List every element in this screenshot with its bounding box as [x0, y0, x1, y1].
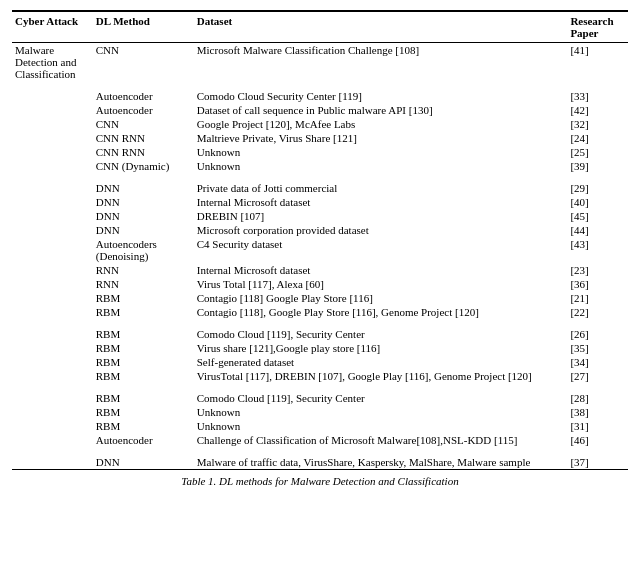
cell-dataset: Internal Microsoft dataset	[194, 263, 568, 277]
main-table: Cyber Attack DL Method Dataset Research …	[12, 10, 628, 470]
table-row: RBMVirus share [121],Google play store […	[12, 341, 628, 355]
table-row: DNNMalware of traffic data, VirusShare, …	[12, 455, 628, 470]
cell-dl: RBM	[93, 291, 194, 305]
cell-dl: Autoencoder	[93, 433, 194, 447]
table-row: RBMVirusTotal [117], DREBIN [107], Googl…	[12, 369, 628, 383]
table-row: CNN (Dynamic)Unknown[39]	[12, 159, 628, 173]
cell-dl: CNN RNN	[93, 131, 194, 145]
cell-paper: [43]	[567, 237, 628, 263]
table-row: RBMComodo Cloud [119], Security Center[2…	[12, 391, 628, 405]
cell-paper: [35]	[567, 341, 628, 355]
cell-attack	[12, 181, 93, 195]
cell-paper: [44]	[567, 223, 628, 237]
cell-dataset: Microsoft corporation provided dataset	[194, 223, 568, 237]
cell-attack	[12, 159, 93, 173]
spacer-row	[12, 447, 628, 455]
cell-dl: RBM	[93, 405, 194, 419]
table-row: RBMComodo Cloud [119], Security Center[2…	[12, 327, 628, 341]
cell-paper: [41]	[567, 43, 628, 82]
cell-attack	[12, 237, 93, 263]
table-row: RBMUnknown[38]	[12, 405, 628, 419]
cell-attack	[12, 369, 93, 383]
cell-attack	[12, 117, 93, 131]
spacer-row	[12, 81, 628, 89]
cell-attack	[12, 103, 93, 117]
cell-attack	[12, 263, 93, 277]
cell-paper: [29]	[567, 181, 628, 195]
cell-paper: [45]	[567, 209, 628, 223]
cell-paper: [39]	[567, 159, 628, 173]
cell-paper: [33]	[567, 89, 628, 103]
cell-dataset: Contagio [118], Google Play Store [116],…	[194, 305, 568, 319]
cell-attack	[12, 355, 93, 369]
cell-attack	[12, 131, 93, 145]
header-dataset: Dataset	[194, 11, 568, 43]
header-dl: DL Method	[93, 11, 194, 43]
cell-paper: [38]	[567, 405, 628, 419]
cell-attack	[12, 195, 93, 209]
cell-paper: [21]	[567, 291, 628, 305]
table-row: CNN RNNUnknown[25]	[12, 145, 628, 159]
cell-paper: [28]	[567, 391, 628, 405]
cell-dl: RBM	[93, 305, 194, 319]
cell-dataset: Internal Microsoft dataset	[194, 195, 568, 209]
cell-dataset: Self-generated dataset	[194, 355, 568, 369]
table-row: RBMContagio [118] Google Play Store [116…	[12, 291, 628, 305]
cell-dl: Autoencoder	[93, 89, 194, 103]
table-row: AutoencoderChallenge of Classification o…	[12, 433, 628, 447]
table-row: Autoencoders (Denoising)C4 Security data…	[12, 237, 628, 263]
cell-dataset: Unknown	[194, 145, 568, 159]
cell-dataset: Unknown	[194, 159, 568, 173]
cell-paper: [22]	[567, 305, 628, 319]
cell-dl: RNN	[93, 277, 194, 291]
cell-paper: [26]	[567, 327, 628, 341]
cell-paper: [46]	[567, 433, 628, 447]
table-row: DNNInternal Microsoft dataset[40]	[12, 195, 628, 209]
cell-dataset: Google Project [120], McAfee Labs	[194, 117, 568, 131]
cell-paper: [27]	[567, 369, 628, 383]
cell-dl: CNN (Dynamic)	[93, 159, 194, 173]
table-row: RNNVirus Total [117], Alexa [60][36]	[12, 277, 628, 291]
cell-paper: [31]	[567, 419, 628, 433]
spacer-row	[12, 173, 628, 181]
cell-paper: [32]	[567, 117, 628, 131]
cell-dl: Autoencoders (Denoising)	[93, 237, 194, 263]
header-paper: Research Paper	[567, 11, 628, 43]
cell-dl: RBM	[93, 419, 194, 433]
cell-dataset: C4 Security dataset	[194, 237, 568, 263]
table-row: DNNMicrosoft corporation provided datase…	[12, 223, 628, 237]
cell-paper: [42]	[567, 103, 628, 117]
cell-dataset: Comodo Cloud [119], Security Center	[194, 327, 568, 341]
cell-attack	[12, 341, 93, 355]
table-row: CNNGoogle Project [120], McAfee Labs[32]	[12, 117, 628, 131]
cell-dl: RBM	[93, 341, 194, 355]
cell-dl: DNN	[93, 223, 194, 237]
cell-attack	[12, 145, 93, 159]
cell-dl: RBM	[93, 327, 194, 341]
spacer-row	[12, 319, 628, 327]
cell-attack	[12, 327, 93, 341]
cell-dl: RBM	[93, 355, 194, 369]
header-attack: Cyber Attack	[12, 11, 93, 43]
cell-dl: DNN	[93, 181, 194, 195]
cell-dl: DNN	[93, 195, 194, 209]
cell-attack	[12, 305, 93, 319]
cell-dataset: Comodo Cloud [119], Security Center	[194, 391, 568, 405]
cell-dataset: Private data of Jotti commercial	[194, 181, 568, 195]
cell-dl: CNN RNN	[93, 145, 194, 159]
table-row: RNNInternal Microsoft dataset[23]	[12, 263, 628, 277]
cell-attack	[12, 391, 93, 405]
table-row: AutoencoderDataset of call sequence in P…	[12, 103, 628, 117]
cell-attack	[12, 209, 93, 223]
cell-paper: [36]	[567, 277, 628, 291]
cell-attack	[12, 89, 93, 103]
cell-attack	[12, 405, 93, 419]
cell-paper: [24]	[567, 131, 628, 145]
cell-attack	[12, 223, 93, 237]
table-row: CNN RNNMaltrieve Private, Virus Share [1…	[12, 131, 628, 145]
table-row: AutoencoderComodo Cloud Security Center …	[12, 89, 628, 103]
cell-attack	[12, 419, 93, 433]
cell-dl: RBM	[93, 391, 194, 405]
cell-dataset: Maltrieve Private, Virus Share [121]	[194, 131, 568, 145]
cell-dataset: Virus share [121],Google play store [116…	[194, 341, 568, 355]
